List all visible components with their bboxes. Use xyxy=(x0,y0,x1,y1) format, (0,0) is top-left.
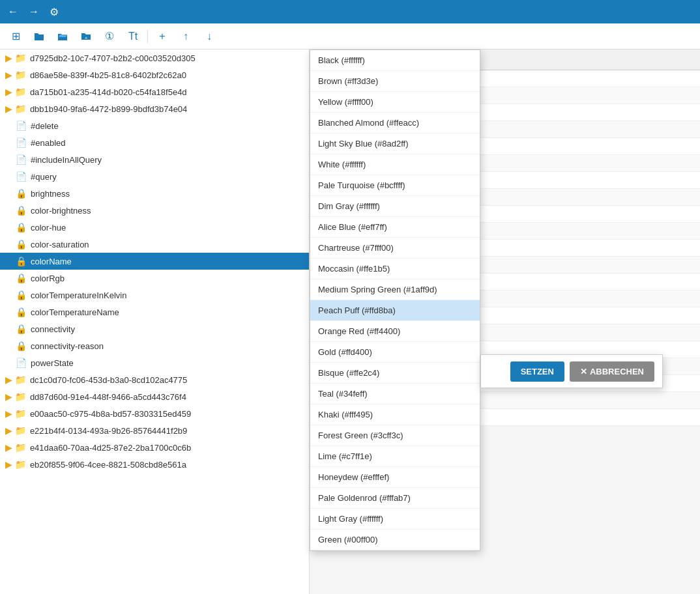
tree-item[interactable]: 🔒connectivity xyxy=(0,320,309,337)
tree-item[interactable]: ▶ 📁dbb1b940-9fa6-4472-b899-9bdfd3b74e04 xyxy=(0,100,309,117)
folder-icon: ▶ 📁 xyxy=(5,53,26,63)
tree-item[interactable]: ▶ 📁d86ae58e-839f-4b25-81c8-6402bf2c62a0 xyxy=(0,66,309,83)
tree-item-label: connectivity-reason xyxy=(31,341,104,351)
back-icon[interactable]: ← xyxy=(5,3,21,20)
settings-icon[interactable]: ⚙ xyxy=(47,3,61,21)
tree-item[interactable]: ▶ 📁d7925db2-10c7-4707-b2b2-c00c03520d305 xyxy=(0,50,309,66)
grid-button[interactable]: ⊞ xyxy=(5,27,26,46)
tree-item[interactable]: 📄powerState xyxy=(0,354,309,371)
set-button[interactable]: SETZEN xyxy=(510,361,564,382)
tree-item-label: e41daa60-70aa-4d25-87e2-2ba1700c0c6b xyxy=(30,443,191,453)
forward-icon[interactable]: → xyxy=(26,3,42,20)
download-button[interactable]: ↓ xyxy=(199,27,220,46)
color-item[interactable]: Gold (#ffd400) xyxy=(310,342,480,363)
file-tree: ▶ 📁d7925db2-10c7-4707-b2b2-c00c03520d305… xyxy=(0,50,310,594)
folder-add-button[interactable]: + xyxy=(76,27,96,46)
tree-item[interactable]: ▶ 📁dd87d60d-91e4-448f-9466-a5cd443c76f4 xyxy=(0,388,309,405)
file-locked-icon: 🔒 xyxy=(16,188,27,199)
tree-item-label: color-hue xyxy=(31,223,66,233)
file-icon: 📄 xyxy=(16,358,27,368)
color-item[interactable]: Teal (#34feff) xyxy=(310,384,480,404)
color-item[interactable]: Moccasin (#ffe1b5) xyxy=(310,259,480,279)
tree-item-label: eb20f855-9f06-4cee-8821-508cbd8e561a xyxy=(30,460,186,470)
folder-icon: ▶ 📁 xyxy=(5,87,26,97)
upload-button[interactable]: ↑ xyxy=(175,27,196,46)
tree-item-label: dd87d60d-91e4-448f-9466-a5cd443c76f4 xyxy=(30,392,186,402)
tree-item[interactable]: 🔒brightness xyxy=(0,185,309,202)
color-item[interactable]: Khaki (#fff495) xyxy=(310,404,480,425)
color-item[interactable]: Forest Green (#3cff3c) xyxy=(310,425,480,446)
tree-item[interactable]: 🔒colorRgb xyxy=(0,270,309,287)
text-button[interactable]: Tt xyxy=(123,27,143,46)
tree-item[interactable]: 🔒colorTemperatureInKelvin xyxy=(0,287,309,304)
file-locked-icon: 🔒 xyxy=(16,290,27,300)
tree-item[interactable]: 📄#enabled xyxy=(0,134,309,151)
cancel-button[interactable]: ✕ ABBRECHEN xyxy=(570,361,654,382)
folder-icon: ▶ 📁 xyxy=(5,391,26,402)
tree-item[interactable]: ▶ 📁da715b01-a235-414d-b020-c54fa18f5e4d xyxy=(0,83,309,100)
tree-item[interactable]: 📄#delete xyxy=(0,117,309,134)
color-item[interactable]: Brown (#ff3d3e) xyxy=(310,71,480,92)
svg-text:+: + xyxy=(85,35,88,41)
color-item[interactable]: White (#ffffff) xyxy=(310,154,480,175)
color-item[interactable]: Dim Gray (#ffffff) xyxy=(310,196,480,217)
add-button[interactable]: + xyxy=(152,27,173,46)
file-icon: 📄 xyxy=(16,154,27,165)
tree-item-label: connectivity xyxy=(31,324,75,334)
tree-item[interactable]: 📄#query xyxy=(0,168,309,185)
color-item[interactable]: Green (#00ff00) xyxy=(310,530,480,550)
badge-button[interactable]: ① xyxy=(99,27,120,46)
folder-icon: ▶ 📁 xyxy=(5,70,26,80)
tree-item[interactable]: ▶ 📁dc1c0d70-fc06-453d-b3a0-8cd102ac4775 xyxy=(0,371,309,388)
folder-icon: ▶ 📁 xyxy=(5,375,26,385)
folder-icon: ▶ 📁 xyxy=(5,442,26,453)
folder-button[interactable] xyxy=(29,27,50,46)
file-locked-icon: 🔒 xyxy=(16,341,27,351)
color-item[interactable]: Yellow (#ffff00) xyxy=(310,92,480,113)
tree-item[interactable]: 🔒colorTemperatureName xyxy=(0,304,309,320)
tree-item[interactable]: ▶ 📁eb20f855-9f06-4cee-8821-508cbd8e561a xyxy=(0,456,309,473)
color-item[interactable]: Bisque (#ffe2c4) xyxy=(310,363,480,384)
tree-item-label: #enabled xyxy=(31,138,66,148)
tree-item[interactable]: ▶ 📁e221b4f4-0134-493a-9b26-85764441f2b9 xyxy=(0,422,309,439)
color-item[interactable]: Chartreuse (#7fff00) xyxy=(310,238,480,259)
tree-item[interactable]: 🔒color-brightness xyxy=(0,202,309,219)
color-item[interactable]: Light Sky Blue (#8ad2ff) xyxy=(310,134,480,154)
color-item[interactable]: Peach Puff (#ffd8ba) xyxy=(310,300,480,321)
toolbar: ⊞ + ① Tt + ↑ ↓ xyxy=(0,23,700,50)
color-item[interactable]: Black (#ffffff) xyxy=(310,50,480,71)
folder-icon: ▶ 📁 xyxy=(5,459,26,470)
file-locked-icon: 🔒 xyxy=(16,222,27,233)
color-item[interactable]: Orange Red (#ff4400) xyxy=(310,321,480,342)
tree-item[interactable]: 📄#includeInAllQuery xyxy=(0,151,309,168)
color-item[interactable]: Alice Blue (#eff7ff) xyxy=(310,217,480,238)
color-item[interactable]: Pale Turquoise (#bcffff) xyxy=(310,175,480,196)
tree-item[interactable]: 🔒color-saturation xyxy=(0,236,309,253)
folder-open-button[interactable] xyxy=(52,27,73,46)
tree-item[interactable]: 🔒colorName xyxy=(0,253,309,270)
folder-icon: ▶ 📁 xyxy=(5,408,26,419)
color-item[interactable]: Blanched Almond (#ffeacc) xyxy=(310,113,480,134)
color-item[interactable]: Lime (#c7ff1e) xyxy=(310,446,480,467)
tree-item-label: da715b01-a235-414d-b020-c54fa18f5e4d xyxy=(30,87,187,97)
file-locked-icon: 🔒 xyxy=(16,239,27,249)
color-dropdown[interactable]: Black (#ffffff)Brown (#ff3d3e)Yellow (#f… xyxy=(310,50,480,551)
color-item[interactable]: Medium Spring Green (#1aff9d) xyxy=(310,279,480,300)
tree-item-label: d86ae58e-839f-4b25-81c8-6402bf2c62a0 xyxy=(30,70,186,80)
tree-item[interactable]: 🔒color-hue xyxy=(0,219,309,236)
tree-item-label: e221b4f4-0134-493a-9b26-85764441f2b9 xyxy=(30,426,187,436)
cancel-label: ABBRECHEN xyxy=(590,367,644,376)
tree-item-label: #includeInAllQuery xyxy=(31,155,102,165)
tree-item[interactable]: ▶ 📁e00aac50-c975-4b8a-bd57-8303315ed459 xyxy=(0,405,309,422)
color-item[interactable]: Pale Goldenrod (#fffab7) xyxy=(310,488,480,509)
tree-item[interactable]: ▶ 📁e41daa60-70aa-4d25-87e2-2ba1700c0c6b xyxy=(0,439,309,456)
color-item[interactable]: Light Gray (#ffffff) xyxy=(310,509,480,530)
file-locked-icon: 🔒 xyxy=(16,205,27,216)
file-icon: 📄 xyxy=(16,171,27,182)
tree-item-label: powerState xyxy=(31,358,74,368)
color-item[interactable]: Honeydew (#efffef) xyxy=(310,467,480,488)
file-locked-icon: 🔒 xyxy=(16,273,27,283)
tree-item-label: colorRgb xyxy=(31,274,65,283)
tree-item[interactable]: 🔒connectivity-reason xyxy=(0,337,309,354)
tree-item-label: brightness xyxy=(31,189,70,199)
